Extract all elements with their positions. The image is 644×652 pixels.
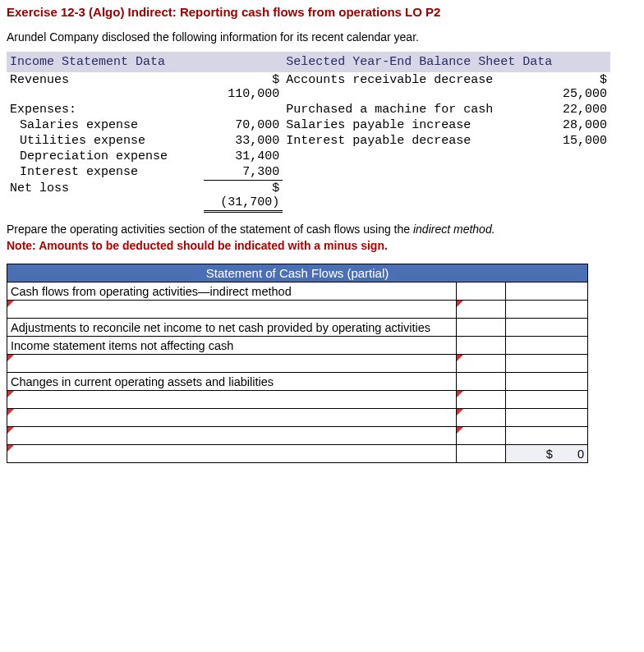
cf-amount-cell[interactable] — [506, 427, 588, 445]
cf-amount-cell[interactable] — [506, 355, 588, 373]
cf-amount-cell[interactable] — [457, 391, 506, 409]
cf-row-noncash-items: Income statement items not affecting cas… — [7, 337, 457, 355]
cf-row-adjustments: Adjustments to reconcile net income to n… — [7, 319, 457, 337]
cf-total-cell: $ 0 — [506, 445, 588, 463]
cf-amount-cell[interactable] — [457, 301, 506, 319]
cf-amount-cell[interactable] — [457, 319, 506, 337]
utilities-exp-label: Utilities expense — [7, 133, 204, 149]
financial-data-table: Income Statement Data Selected Year-End … — [7, 52, 610, 213]
salaries-exp-amount: 70,000 — [204, 117, 283, 133]
revenues-label: Revenues — [7, 72, 204, 102]
net-loss-label: Net loss — [7, 181, 204, 212]
machine-amount: 22,000 — [547, 102, 610, 117]
salaries-payable-label: Salaries payable increase — [283, 117, 547, 133]
depreciation-exp-label: Depreciation expense — [7, 149, 204, 164]
cf-dropdown-row[interactable] — [7, 409, 457, 427]
cash-flow-worksheet: Statement of Cash Flows (partial) Cash f… — [7, 264, 588, 463]
machine-label: Purchased a machine for cash — [283, 102, 547, 117]
salaries-exp-label: Salaries expense — [7, 117, 204, 133]
instruction-text: Prepare the operating activities section… — [7, 223, 637, 236]
note-text: Note: Amounts to be deducted should be i… — [7, 239, 637, 252]
cf-dropdown-row[interactable] — [7, 391, 457, 409]
balance-sheet-header: Selected Year-End Balance Sheet Data — [283, 52, 610, 72]
cf-dropdown-row[interactable] — [7, 355, 457, 373]
cf-amount-cell[interactable] — [457, 427, 506, 445]
expenses-label: Expenses: — [7, 102, 204, 117]
cf-dropdown-row[interactable] — [7, 427, 457, 445]
cf-dropdown-row[interactable] — [7, 301, 457, 319]
cf-dropdown-row[interactable] — [7, 445, 457, 463]
cf-amount-cell[interactable] — [457, 409, 506, 427]
cf-header: Statement of Cash Flows (partial) — [7, 264, 588, 282]
interest-exp-label: Interest expense — [7, 164, 204, 181]
exercise-title: Exercise 12-3 (Algo) Indirect: Reporting… — [7, 5, 637, 19]
cf-amount-cell[interactable] — [457, 282, 506, 301]
cf-amount-cell[interactable] — [457, 337, 506, 355]
interest-payable-amount: 15,000 — [547, 133, 610, 149]
cf-amount-cell[interactable] — [506, 337, 588, 355]
depreciation-exp-amount: 31,400 — [204, 149, 283, 164]
cf-amount-cell[interactable] — [506, 282, 588, 301]
intro-text: Arundel Company disclosed the following … — [7, 30, 637, 44]
cf-amount-cell[interactable] — [457, 373, 506, 391]
cf-amount-cell[interactable] — [506, 301, 588, 319]
income-statement-header: Income Statement Data — [7, 52, 283, 72]
interest-payable-label: Interest payable decrease — [283, 133, 547, 149]
cf-amount-cell[interactable] — [506, 319, 588, 337]
revenues-amount: $ 110,000 — [204, 72, 283, 102]
cf-row-changes-current: Changes in current operating assets and … — [7, 373, 457, 391]
cf-amount-cell[interactable] — [506, 373, 588, 391]
ar-decrease-label: Accounts receivable decrease — [283, 72, 547, 102]
utilities-exp-amount: 33,000 — [204, 133, 283, 149]
ar-decrease-amount: $ 25,000 — [547, 72, 610, 102]
interest-exp-amount: 7,300 — [204, 164, 283, 181]
salaries-payable-amount: 28,000 — [547, 117, 610, 133]
net-loss-amount: $ (31,700) — [204, 181, 283, 212]
cf-row-operating-activities: Cash flows from operating activities—ind… — [7, 282, 457, 301]
cf-amount-cell[interactable] — [457, 355, 506, 373]
cf-amount-cell[interactable] — [506, 409, 588, 427]
cf-amount-cell[interactable] — [457, 445, 506, 463]
cf-amount-cell[interactable] — [506, 391, 588, 409]
